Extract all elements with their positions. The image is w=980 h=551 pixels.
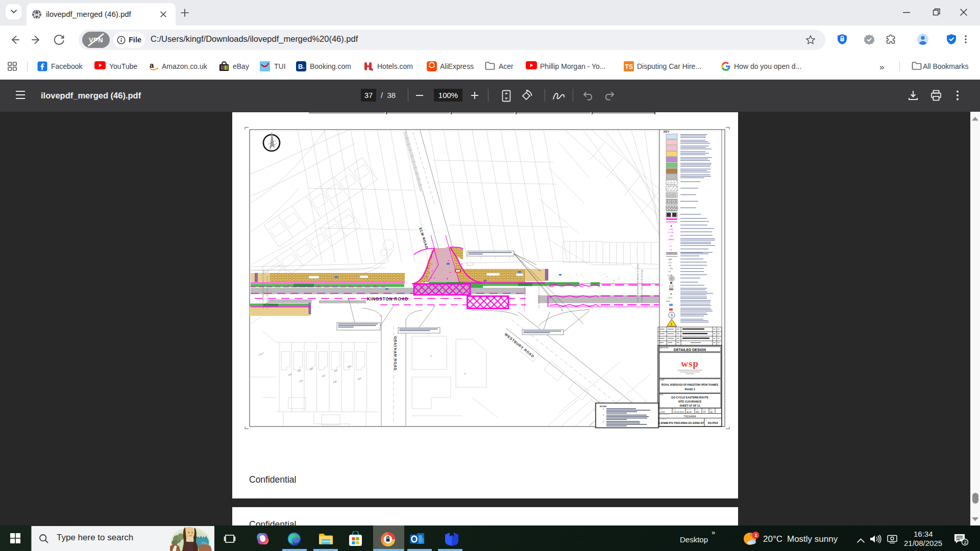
svg-text:ROYAL BOROUGH OF KINGSTON UPON: ROYAL BOROUGH OF KINGSTON UPON THAMES [662, 384, 718, 386]
svg-text:DETAILED DESIGN: DETAILED DESIGN [674, 348, 706, 352]
svg-text:REV: REV [705, 419, 708, 421]
svg-text:| BP: | BP [668, 258, 672, 261]
svg-text:WSP PROJECT No: WSP PROJECT No [659, 414, 670, 415]
svg-text:KEY: KEY [664, 130, 670, 133]
svg-text:1:500: 1:500 [659, 411, 665, 413]
svg-text:NOTES:: NOTES: [600, 406, 607, 408]
svg-text:MD: MD [696, 411, 700, 413]
svg-text:x SB: x SB [669, 228, 673, 231]
svg-text:FOR CONTINUATION REFER TO DRG.: FOR CONTINUATION REFER TO DRG. [636, 264, 639, 302]
svg-text:3.: 3. [603, 421, 604, 423]
svg-text:O LGP: O LGP [668, 231, 674, 234]
svg-text:2.: 2. [603, 414, 604, 416]
svg-text:1: 1 [671, 313, 673, 317]
svg-text:+ B: + B [669, 248, 672, 251]
svg-text:S3-P03: S3-P03 [707, 421, 718, 424]
svg-text:1: 1 [755, 532, 758, 538]
svg-text:wsp: wsp [681, 358, 699, 369]
svg-text:DRAWN: DRAWN [686, 409, 691, 410]
svg-text:GRAYHAM ROAD: GRAYHAM ROAD [394, 336, 397, 371]
svg-text:+LC: +LC [668, 261, 672, 264]
svg-text:APPD: APPD [702, 409, 706, 410]
svg-text:B: B [298, 63, 303, 70]
svg-text:PF: PF [703, 411, 706, 413]
svg-text:o BIN: o BIN [667, 296, 672, 299]
svg-text:BSF: BSF [666, 300, 670, 303]
svg-text:ACM: ACM [687, 411, 692, 413]
svg-text:DRAWING No: DRAWING No [659, 418, 667, 420]
svg-text:TITLE: TITLE [660, 394, 664, 396]
svg-text:SITE CLEARANCE: SITE CLEARANCE [678, 400, 702, 403]
svg-text:2: 2 [964, 540, 966, 545]
svg-text:• P: • P [668, 270, 671, 273]
svg-text:SIZE: SIZE [709, 409, 713, 410]
svg-text:19.04.2021: 19.04.2021 [674, 411, 685, 413]
svg-text:70014694: 70014694 [684, 415, 696, 418]
svg-text:K-KNM-P3-70014694-01-0200-07: K-KNM-P3-70014694-01-0200-07 [658, 421, 704, 424]
svg-text:SHEET 07 OF 11: SHEET 07 OF 11 [679, 404, 700, 407]
svg-text:GO CYCLE EASTERN ROUTE: GO CYCLE EASTERN ROUTE [671, 396, 708, 399]
svg-text:1.: 1. [603, 408, 604, 410]
svg-text:KINGSTON ROAD: KINGSTON ROAD [367, 296, 408, 302]
svg-text:DATE: DATE [673, 409, 676, 410]
svg-text:• B: • B [668, 264, 671, 267]
svg-text:STATUS/ REV:: STATUS/ REV: [660, 347, 669, 349]
svg-text:CLIENT: CLIENT [660, 379, 665, 381]
svg-text:+ WBSP: + WBSP [667, 238, 675, 241]
svg-text:TS: TS [625, 63, 633, 70]
svg-text:+ SP: + SP [669, 235, 673, 237]
svg-text:SCALE: SCALE [659, 409, 663, 410]
svg-text:PHASE 3: PHASE 3 [684, 388, 695, 391]
svg-text:K-KNM-P3-70014694-01-0200-08: K-KNM-P3-70014694-01-0200-08 [641, 269, 643, 302]
svg-text:K-KNM-P3-70014694-01-0200-06: K-KNM-P3-70014694-01-0200-06 [266, 276, 268, 308]
svg-text:Confidential: Confidential [249, 474, 296, 485]
svg-text:+ P: + P [669, 245, 672, 247]
svg-text:a: a [150, 61, 154, 69]
svg-text:!: ! [671, 322, 672, 326]
svg-text:FOR CONTINUATION REFER TO DRG.: FOR CONTINUATION REFER TO DRG. [262, 270, 264, 308]
svg-text:A1: A1 [710, 411, 714, 413]
svg-text:CHKD: CHKD [695, 409, 699, 410]
svg-text:○ TS: ○ TS [668, 267, 673, 270]
